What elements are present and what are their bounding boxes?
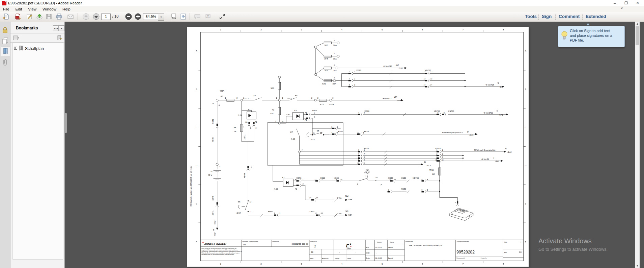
svg-text:12: 12: [249, 201, 251, 203]
expand-plus-icon[interactable]: [14, 47, 17, 50]
svg-text:355A: 355A: [329, 103, 334, 105]
svg-text:1: 1: [282, 97, 283, 99]
menu-item-edit[interactable]: Edit: [12, 6, 25, 12]
svg-text:Index der Serienfreigabe:: Index der Serienfreigabe:: [242, 241, 258, 242]
svg-text:/2.A2: /2.A2: [508, 151, 512, 153]
svg-text:B: B: [525, 88, 526, 90]
svg-text:2: 2: [496, 110, 498, 113]
activate-windows-title: Activate Windows: [538, 237, 592, 245]
bookmarks-panel-title: Bookmarks: [16, 26, 38, 30]
message-bar-close-icon[interactable]: ✕: [620, 7, 623, 10]
page-thumbnails-icon[interactable]: [1, 36, 9, 45]
scrolling-mode-icon[interactable]: [170, 13, 177, 20]
sign-pen-icon[interactable]: [26, 13, 33, 20]
svg-text:2: 2: [437, 153, 438, 155]
svg-text:3: 3: [337, 126, 338, 128]
scrollbar-thumb[interactable]: [636, 26, 639, 45]
svg-text:D: D: [525, 165, 527, 167]
svg-text:3F8: 3F8: [324, 58, 328, 60]
document-page[interactable]: 1122334455667788AABBCCDDEEFFB3 Stackelbe…: [187, 27, 529, 267]
close-button[interactable]: ×: [632, 0, 643, 6]
page-number-input[interactable]: 1: [101, 14, 111, 20]
bookmarks-panel-icon[interactable]: [1, 47, 10, 56]
comment-bubble-icon-disabled[interactable]: [194, 13, 201, 20]
svg-text:A2: A2: [295, 188, 297, 190]
restore-button[interactable]: ❐: [620, 0, 632, 6]
attachments-paperclip-icon[interactable]: [1, 58, 9, 67]
zoom-out-icon[interactable]: [125, 13, 132, 20]
create-pdf-icon[interactable]: [14, 13, 22, 20]
tab-separator: [555, 14, 556, 20]
menu-item-window[interactable]: Window: [39, 6, 59, 12]
svg-text:1: 1: [225, 97, 226, 99]
svg-text:8: 8: [364, 156, 365, 158]
svg-text:2A: 2A: [234, 130, 236, 132]
svg-text:Zeichnungsnummer: Zeichnungsnummer: [456, 241, 469, 242]
svg-text:2: 2: [314, 116, 315, 118]
bookmarks-tree: Schaltplan: [12, 43, 63, 260]
fit-page-icon[interactable]: [179, 13, 187, 20]
bookmark-ribbon-icon: [19, 46, 23, 51]
svg-text:E: E: [196, 203, 197, 205]
fullscreen-icon[interactable]: [219, 13, 226, 20]
svg-text:21: 21: [313, 132, 315, 134]
svg-text:XB40: XB40: [212, 195, 214, 200]
svg-text:.: .: [339, 251, 340, 253]
save-icon[interactable]: [45, 13, 53, 20]
zoom-dropdown-icon[interactable]: ▼: [158, 14, 164, 21]
svg-text:/4.A2: /4.A2: [495, 160, 499, 162]
menu-item-help[interactable]: Help: [59, 6, 74, 12]
zoom-in-icon[interactable]: [134, 13, 142, 20]
svg-text:13: 13: [424, 78, 426, 80]
svg-text:1: 1: [276, 97, 277, 99]
vertical-scrollbar[interactable]: ▲ ▼: [635, 22, 640, 268]
svg-text:A: A: [525, 50, 526, 52]
zoom-level-input[interactable]: 54.9%: [143, 14, 159, 20]
bookmark-options-icon[interactable]: [13, 35, 20, 41]
minimize-button[interactable]: –: [609, 0, 620, 6]
tab-comment[interactable]: Comment: [559, 14, 580, 19]
new-bookmark-icon[interactable]: [56, 35, 62, 41]
svg-text:48 Volt F26: 48 Volt F26: [485, 84, 494, 86]
svg-text:G1: G1: [211, 170, 214, 172]
svg-text:E: E: [525, 203, 526, 205]
svg-text:1: 1: [220, 263, 221, 265]
menu-item-view[interactable]: View: [25, 6, 39, 12]
email-icon[interactable]: [67, 13, 74, 20]
next-page-icon[interactable]: [92, 13, 100, 20]
svg-text:/3.A1: /3.A1: [499, 114, 503, 116]
upload-sendnow-icon[interactable]: [36, 13, 43, 20]
panel-splitter-grip[interactable]: [65, 113, 67, 133]
svg-text:F1: F1: [272, 109, 275, 111]
svg-text:12: 12: [430, 71, 432, 73]
previous-page-icon[interactable]: [82, 13, 90, 20]
svg-text:12: 12: [315, 212, 317, 214]
tab-sign[interactable]: Sign: [542, 14, 552, 19]
bookmark-item-schaltplan[interactable]: Schaltplan: [14, 46, 61, 52]
svg-text:1: 1: [243, 126, 244, 128]
security-lock-icon[interactable]: [1, 26, 9, 34]
svg-text:XB10: XB10: [364, 130, 369, 132]
activate-windows-subtitle: Go to Settings to activate Windows.: [538, 247, 608, 252]
tab-extended[interactable]: Extended: [586, 14, 606, 19]
svg-text:XB71: XB71: [244, 135, 246, 140]
expand-panel-icon[interactable]: ►: [59, 25, 64, 31]
tab-tools[interactable]: Tools: [525, 14, 537, 19]
svg-text:S2: S2: [375, 176, 378, 178]
svg-text:Freig.: Freig.: [366, 258, 370, 259]
print-icon[interactable]: [55, 13, 63, 20]
svg-text:F15: F15: [320, 103, 324, 105]
svg-text:4: 4: [364, 112, 365, 114]
collapse-panel-icon[interactable]: ◄◄: [53, 25, 59, 31]
svg-text:1: 1: [220, 29, 221, 31]
svg-text:12: 12: [321, 212, 323, 214]
open-file-icon[interactable]: [3, 13, 10, 20]
svg-text:B3 Stackelbergaben am 02/03/20: B3 Stackelbergaben am 02/03/2016 um 10:1…: [190, 166, 192, 206]
menu-item-file[interactable]: File: [0, 6, 12, 12]
svg-text:48 V: 48 V: [208, 174, 212, 176]
svg-text:A2: A2: [305, 119, 307, 121]
svg-text:/1.B3: /1.B3: [286, 114, 290, 116]
svg-text:.: .: [355, 251, 356, 253]
text-callout-icon-disabled[interactable]: T: [204, 13, 211, 20]
scroll-down-icon[interactable]: ▼: [635, 264, 640, 268]
